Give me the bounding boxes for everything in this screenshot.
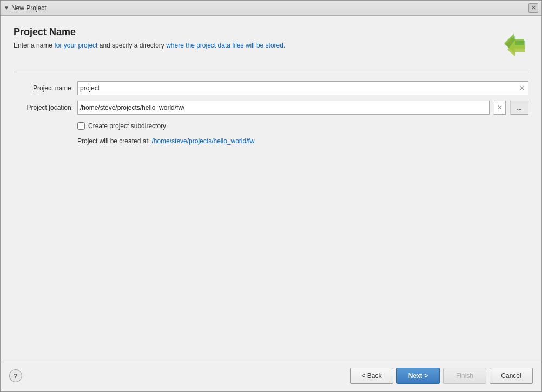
project-location-label: Project location: xyxy=(14,104,73,111)
form-area: Project name: ✕ Project location: ✕ ... xyxy=(14,81,528,145)
project-name-label-underline: P xyxy=(33,84,37,92)
project-name-clear-button[interactable]: ✕ xyxy=(516,82,528,94)
content-area: Project Name Enter a name for your proje… xyxy=(1,16,541,362)
finish-button: Finish xyxy=(443,368,486,384)
cancel-button[interactable]: Cancel xyxy=(490,368,533,384)
project-location-label-prefix: Project xyxy=(27,104,49,111)
checkbox-row: Create project subdirectory xyxy=(77,122,528,130)
description-highlight-2: where the project data files will be sto… xyxy=(166,42,285,49)
action-buttons: < Back Next > Finish Cancel xyxy=(350,368,533,384)
page-description: Enter a name for your project and specif… xyxy=(14,41,496,50)
project-location-input-wrapper xyxy=(77,101,490,115)
dialog-window: ▼ New Project ✕ Project Name Enter a nam… xyxy=(0,0,542,392)
header-separator xyxy=(14,72,528,72)
project-location-row: Project location: ✕ ... xyxy=(14,101,528,115)
title-bar-left: ▼ New Project xyxy=(4,4,47,12)
spacer xyxy=(14,145,528,353)
project-name-input[interactable] xyxy=(78,82,516,95)
help-button[interactable]: ? xyxy=(9,369,22,382)
logo-area xyxy=(496,26,528,59)
create-subdirectory-checkbox[interactable] xyxy=(77,122,85,130)
window-title: New Project xyxy=(11,4,47,12)
project-location-clear-button[interactable]: ✕ xyxy=(494,101,506,115)
browse-button[interactable]: ... xyxy=(510,101,528,115)
back-button[interactable]: < Back xyxy=(350,368,393,384)
header-text: Project Name Enter a name for your proje… xyxy=(14,26,496,50)
close-button[interactable]: ✕ xyxy=(528,3,538,13)
project-location-input[interactable] xyxy=(78,101,489,114)
app-logo-icon xyxy=(499,28,526,58)
create-subdirectory-label: Create project subdirectory xyxy=(88,122,166,130)
next-button[interactable]: Next > xyxy=(396,368,440,384)
bottom-bar: ? < Back Next > Finish Cancel xyxy=(1,362,541,391)
description-highlight: for your project xyxy=(54,42,97,49)
page-title: Project Name xyxy=(14,26,496,38)
project-path-row: Project will be created at: /home/steve/… xyxy=(77,137,528,145)
project-path-prefix: Project will be created at: xyxy=(77,137,151,145)
project-name-row: Project name: ✕ xyxy=(14,81,528,95)
project-name-label: Project name: xyxy=(14,84,73,92)
title-bar-arrow-icon: ▼ xyxy=(4,5,9,11)
header-row: Project Name Enter a name for your proje… xyxy=(14,26,528,59)
project-name-input-wrapper: ✕ xyxy=(77,81,528,95)
project-path-value: /home/steve/projects/hello_world/fw xyxy=(151,137,254,145)
project-location-label-rest: ocation: xyxy=(50,104,73,111)
title-bar: ▼ New Project ✕ xyxy=(1,1,541,16)
project-name-label-rest: roject name: xyxy=(37,84,73,92)
